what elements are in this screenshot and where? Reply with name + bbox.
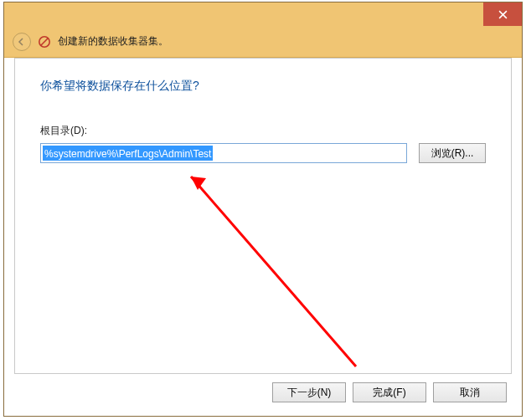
back-button[interactable]: [13, 33, 31, 51]
browse-button[interactable]: 浏览(R)...: [419, 143, 486, 163]
cancel-button[interactable]: 取消: [433, 382, 507, 402]
wizard-title: 创建新的数据收集器集。: [58, 34, 168, 49]
wizard-footer: 下一步(N) 完成(F) 取消: [14, 377, 512, 407]
finish-button[interactable]: 完成(F): [353, 382, 426, 402]
arrow-left-icon: [17, 37, 27, 47]
root-dir-row: %systemdrive%\PerfLogs\Admin\Test 浏览(R).…: [40, 143, 486, 163]
close-icon: [498, 10, 508, 19]
titlebar: [4, 3, 522, 26]
wizard-content: 你希望将数据保存在什么位置? 根目录(D): %systemdrive%\Per…: [14, 58, 512, 374]
wizard-header: 创建新的数据收集器集。: [4, 26, 522, 58]
page-question: 你希望将数据保存在什么位置?: [40, 79, 486, 94]
root-dir-input[interactable]: %systemdrive%\PerfLogs\Admin\Test: [40, 143, 407, 163]
dialog-window: 创建新的数据收集器集。 你希望将数据保存在什么位置? 根目录(D): %syst…: [3, 2, 523, 417]
blocked-icon: [38, 35, 51, 49]
root-dir-value: %systemdrive%\PerfLogs\Admin\Test: [43, 146, 213, 161]
next-button[interactable]: 下一步(N): [272, 382, 346, 402]
close-button[interactable]: [483, 3, 522, 26]
svg-line-3: [41, 38, 48, 44]
root-dir-label: 根目录(D):: [40, 124, 486, 138]
